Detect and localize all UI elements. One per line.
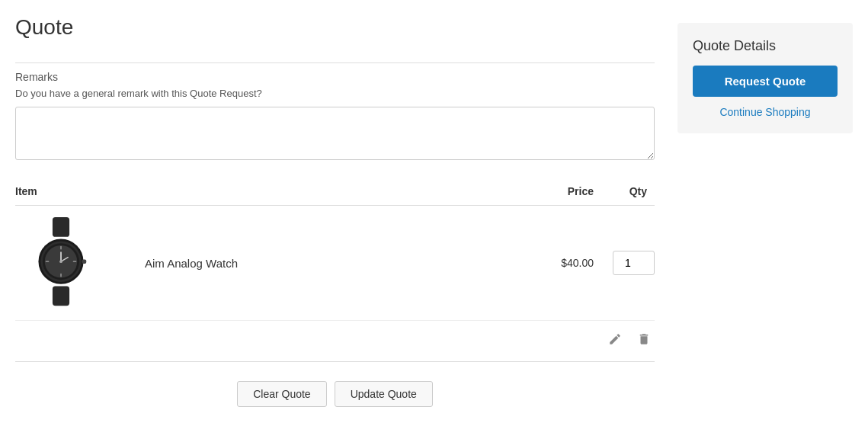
remarks-label: Remarks <box>15 71 655 83</box>
svg-rect-0 <box>53 217 69 237</box>
svg-rect-7 <box>60 274 62 277</box>
quote-details-title: Quote Details <box>693 38 838 54</box>
top-divider <box>15 62 655 63</box>
table-row: Aim Analog Watch $40.00 <box>15 206 655 321</box>
request-quote-button[interactable]: Request Quote <box>693 66 838 97</box>
page-title: Quote <box>15 15 655 40</box>
svg-rect-6 <box>60 246 62 250</box>
product-image <box>15 217 107 309</box>
main-content: Quote Remarks Do you have a general rema… <box>15 15 655 415</box>
product-price: $40.00 <box>502 257 594 269</box>
remarks-description: Do you have a general remark with this Q… <box>15 88 655 99</box>
quote-details-panel: Quote Details Request Quote Continue Sho… <box>677 23 853 133</box>
svg-rect-1 <box>53 286 69 306</box>
col-price-header: Price <box>502 185 594 197</box>
bottom-buttons: Clear Quote Update Quote <box>15 373 655 415</box>
update-quote-button[interactable]: Update Quote <box>335 381 433 407</box>
edit-icon[interactable] <box>604 328 626 350</box>
row-actions <box>15 321 655 357</box>
product-name: Aim Analog Watch <box>137 257 502 270</box>
table-header: Item Price Qty <box>15 178 655 206</box>
svg-point-12 <box>59 260 62 263</box>
delete-icon[interactable] <box>633 328 655 350</box>
qty-input[interactable] <box>613 251 655 275</box>
remarks-textarea[interactable] <box>15 107 655 160</box>
col-qty-header: Qty <box>594 185 655 197</box>
sidebar: Quote Details Request Quote Continue Sho… <box>677 15 853 415</box>
col-item-header: Item <box>15 185 137 197</box>
continue-shopping-link[interactable]: Continue Shopping <box>693 106 838 118</box>
svg-rect-9 <box>73 261 77 262</box>
bottom-divider <box>15 361 655 362</box>
clear-quote-button[interactable]: Clear Quote <box>237 381 326 407</box>
svg-rect-13 <box>82 259 87 264</box>
svg-rect-8 <box>46 261 50 262</box>
